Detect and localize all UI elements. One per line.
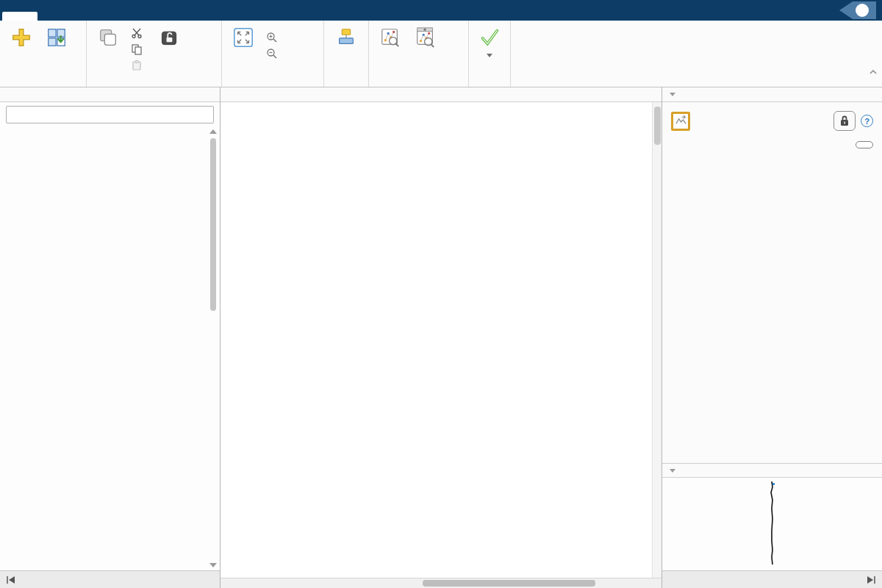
library-scrollbar bbox=[209, 128, 218, 569]
collapse-ribbon-icon[interactable] bbox=[869, 65, 878, 71]
tab-designer[interactable] bbox=[2, 12, 37, 21]
collapse-overview-icon bbox=[670, 469, 675, 473]
analyze-compression-icon bbox=[413, 25, 438, 50]
section-label-build bbox=[88, 75, 220, 87]
section-label-export bbox=[470, 74, 509, 87]
title-bar bbox=[0, 0, 882, 21]
section-label-navigate bbox=[223, 74, 322, 87]
analyze-icon bbox=[378, 25, 403, 50]
auto-arrange-button[interactable] bbox=[329, 24, 363, 54]
ribbon-section-analysis bbox=[369, 21, 469, 87]
from-workspace-icon bbox=[44, 25, 69, 50]
help-icon bbox=[856, 4, 869, 17]
canvas-hscrollbar-thumb[interactable] bbox=[423, 580, 595, 587]
properties-panel: ? bbox=[662, 87, 882, 588]
ribbon-section-export bbox=[469, 21, 511, 87]
analyze-compression-button[interactable] bbox=[409, 24, 442, 54]
unlock-icon bbox=[157, 25, 182, 50]
canvas-vscrollbar-thumb[interactable] bbox=[654, 107, 661, 145]
ribbon-section-build bbox=[87, 21, 222, 87]
new-button[interactable] bbox=[4, 24, 38, 54]
canvas-horizontal-scrollbar bbox=[220, 578, 662, 588]
rightpanel-bottom-bar bbox=[662, 570, 882, 588]
fit-to-view-icon bbox=[231, 25, 256, 50]
collapse-left-panel-icon[interactable] bbox=[6, 576, 16, 584]
auto-arrange-icon bbox=[334, 25, 359, 50]
collapse-properties-icon bbox=[670, 93, 675, 96]
ribbon-toolbar bbox=[0, 21, 882, 87]
section-label-analysis bbox=[370, 74, 467, 87]
zoom-out-icon bbox=[266, 48, 278, 62]
paste-button[interactable] bbox=[126, 59, 151, 75]
export-button[interactable] bbox=[473, 24, 506, 59]
section-label-network bbox=[1, 74, 85, 87]
scroll-down-icon[interactable] bbox=[209, 563, 217, 567]
layer-help-icon[interactable]: ? bbox=[861, 115, 873, 127]
network-header bbox=[220, 87, 662, 102]
ribbon-section-network bbox=[0, 21, 87, 87]
network-canvas[interactable] bbox=[220, 102, 662, 578]
ribbon-section-navigate bbox=[222, 21, 324, 87]
layer-library-header bbox=[0, 87, 220, 102]
paste-icon bbox=[131, 60, 143, 74]
library-scrollbar-thumb[interactable] bbox=[210, 138, 216, 311]
cut-icon bbox=[131, 27, 143, 42]
analyze-button[interactable] bbox=[373, 24, 407, 54]
zoom-in-icon bbox=[266, 32, 278, 46]
layer-library-list bbox=[0, 126, 220, 570]
zoom-out-button[interactable] bbox=[262, 47, 286, 63]
zoom-in-button[interactable] bbox=[262, 31, 286, 47]
filter-layers-input[interactable] bbox=[6, 106, 214, 123]
properties-header[interactable] bbox=[662, 87, 882, 102]
sidebar-bottom-bar bbox=[0, 570, 220, 588]
overview-minimap[interactable] bbox=[662, 478, 882, 570]
section-label-layout bbox=[326, 74, 367, 87]
unlock-layer-button[interactable] bbox=[856, 141, 873, 148]
export-check-icon bbox=[477, 25, 502, 50]
fit-to-view-button[interactable] bbox=[226, 24, 260, 54]
duplicate-icon bbox=[96, 25, 121, 50]
scroll-up-icon[interactable] bbox=[209, 129, 217, 134]
convolution-layer-icon bbox=[671, 112, 690, 131]
copy-icon bbox=[131, 43, 143, 58]
overview-network-thumbnail bbox=[662, 478, 881, 567]
copy-button[interactable] bbox=[126, 43, 151, 59]
unlock-all-layers-button[interactable] bbox=[152, 24, 186, 54]
from-workspace-button[interactable] bbox=[40, 24, 74, 54]
lock-icon bbox=[839, 115, 850, 126]
overview-header[interactable] bbox=[662, 463, 882, 478]
cut-button[interactable] bbox=[126, 26, 151, 43]
new-icon bbox=[9, 25, 34, 50]
duplicate-button[interactable] bbox=[91, 24, 125, 54]
lock-layer-button[interactable] bbox=[833, 111, 856, 131]
ribbon-section-layout bbox=[324, 21, 369, 87]
canvas-vertical-scrollbar bbox=[652, 102, 662, 578]
export-dropdown-icon bbox=[487, 54, 492, 57]
help-button[interactable] bbox=[839, 1, 876, 19]
layer-library-panel bbox=[0, 87, 220, 588]
network-edges bbox=[220, 102, 650, 575]
collapse-right-panel-icon[interactable] bbox=[866, 576, 876, 584]
network-panel bbox=[220, 87, 662, 588]
